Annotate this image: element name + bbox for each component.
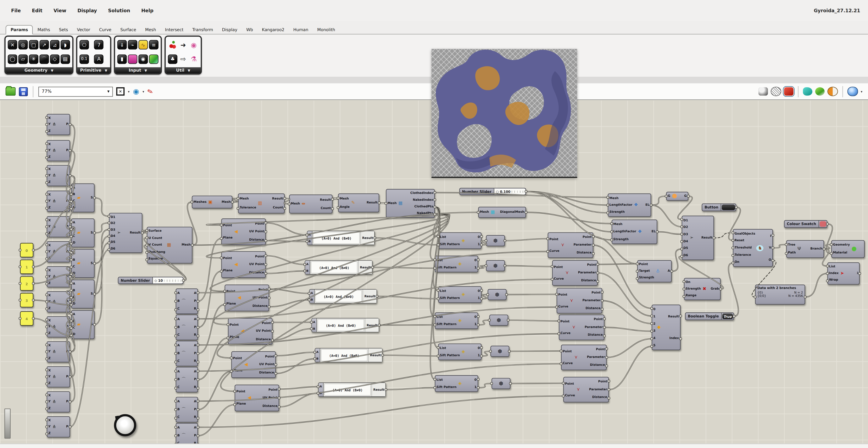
colour-swatch[interactable]: Colour Swatch xyxy=(784,220,827,228)
surface-4pt[interactable]: ABCD▰S xyxy=(71,218,95,247)
construct-point[interactable]: XYZ⋔P xyxy=(47,391,70,413)
construct-point[interactable]: XYZ⋔P xyxy=(47,241,70,262)
curve-closest-point[interactable]: PointCurve⋎PointParameterDistance xyxy=(561,345,607,370)
tab-monolith[interactable]: Monolith xyxy=(313,26,340,34)
input-icon-gradient[interactable] xyxy=(149,54,158,64)
expression[interactable]: AB(A=0) And (B≠0)Result xyxy=(309,289,377,303)
menu-item-edit[interactable]: Edit xyxy=(32,8,42,13)
construct-point[interactable]: XYZ⋔P xyxy=(47,266,70,287)
button-widget[interactable]: Button xyxy=(702,204,736,211)
mesh-unify[interactable]: Mesh⇹ResultCount xyxy=(289,195,333,213)
tab-maths[interactable]: Maths xyxy=(33,26,55,34)
input-icon-knob[interactable]: ◉ xyxy=(138,54,148,64)
primitive-icon-text[interactable]: A xyxy=(94,54,104,64)
tab-wb[interactable]: Wb xyxy=(242,26,258,34)
sift-pattern[interactable]: ListSift Pattern◈01 xyxy=(438,286,482,303)
custom-preview[interactable]: GeometryMaterial⬤ xyxy=(831,240,865,258)
geometry-icon-plane[interactable]: ▱ xyxy=(18,54,28,64)
plane-closest-point[interactable]: PointPlane◀PointUV PointDistance xyxy=(225,285,269,311)
button-press-area[interactable] xyxy=(722,205,735,210)
tab-transform[interactable]: Transform xyxy=(188,26,218,34)
curve-closest-point[interactable]: PointCurve⋎PointParameterDistance xyxy=(559,315,604,340)
input-icon-slider[interactable]: ⇓ xyxy=(117,40,127,50)
input-icon-graph[interactable]: ⌁ xyxy=(128,40,137,50)
number-slider[interactable]: Number Slider○0.100 xyxy=(459,188,526,195)
geometry-icon-diamond[interactable]: ◇ xyxy=(50,54,60,64)
util-icon-flask[interactable]: ⚗ xyxy=(189,54,198,64)
chevron-down-icon[interactable]: ▾ xyxy=(128,89,129,93)
canvas-scrollbar-vertical[interactable] xyxy=(4,409,10,439)
util-icon-arrow[interactable]: ➜ xyxy=(178,40,188,50)
curve-closest-point[interactable]: PointCurve⋎PointParameterDistance xyxy=(557,288,602,313)
yellow-panel[interactable]: 3 xyxy=(20,293,33,307)
menu-item-file[interactable]: File xyxy=(11,8,21,13)
preview-eye-icon[interactable]: ◉ xyxy=(133,88,139,95)
kangaroo-anchor[interactable]: PointTargetStrength⚓A xyxy=(637,260,672,282)
arc-3pt[interactable]: ABC⌒APR xyxy=(176,341,198,366)
sift-pattern[interactable]: ListSift Pattern◈01 xyxy=(438,232,482,249)
construct-point[interactable]: XYZ⋔P xyxy=(47,316,70,337)
sift-pattern[interactable]: ListSift Pattern◈01 xyxy=(435,312,478,329)
chevron-down-icon[interactable]: ▾ xyxy=(861,89,862,93)
tab-sets[interactable]: Sets xyxy=(55,26,72,34)
yellow-panel[interactable]: 2 xyxy=(20,276,33,291)
save-file-icon[interactable] xyxy=(19,87,28,96)
chevron-down-icon[interactable]: ▼ xyxy=(105,68,107,72)
arc-3pt[interactable]: ABC⌒APR xyxy=(176,315,198,340)
slider-handle[interactable]: ○ xyxy=(496,189,499,193)
surface-4pt[interactable]: ABCD▰S xyxy=(71,183,95,212)
mesh-surface[interactable]: SurfaceU CountV CountOverhangEqualize▦Me… xyxy=(147,227,192,264)
primitive-icon-number[interactable]: 0.1 xyxy=(80,54,89,64)
chevron-down-icon[interactable]: ▼ xyxy=(51,68,53,72)
geometry-icon-arc[interactable]: ⌒ xyxy=(39,54,49,64)
util-icon-tree[interactable]: ♣ xyxy=(168,54,177,64)
tab-surface[interactable]: Surface xyxy=(116,26,141,34)
curve-param[interactable]: ⬢ xyxy=(492,378,510,389)
sift-pattern[interactable]: ListSift Pattern◈01 xyxy=(435,256,478,272)
input-icon-toggle[interactable]: ▮ xyxy=(117,54,127,64)
construct-point[interactable]: XYZ⋔P xyxy=(47,190,70,212)
slider-track[interactable]: ○0.100 xyxy=(494,188,526,195)
construct-point[interactable]: XYZ⋔P xyxy=(47,366,70,387)
util-icon-eye[interactable]: ◉ xyxy=(189,40,198,50)
curve-param[interactable]: ⬢ xyxy=(486,235,505,246)
plane-closest-point[interactable]: PointPlane◀PointUV PointDistance xyxy=(228,318,272,345)
mesh-weld[interactable]: MeshTolerance▥ResultCount xyxy=(238,193,285,213)
construct-point[interactable]: XYZ⋔P xyxy=(47,140,70,161)
geometry-icon-x[interactable]: ✕ xyxy=(8,40,18,50)
chevron-down-icon[interactable]: ▾ xyxy=(143,89,144,93)
draft-green-icon[interactable] xyxy=(815,87,825,95)
curve-closest-point[interactable]: PointCurve⋎PointParameterDistance xyxy=(552,260,598,286)
number-slider[interactable]: Number Slider◇10 xyxy=(118,277,183,284)
sphere-blue-icon[interactable] xyxy=(847,87,858,96)
tab-mesh[interactable]: Mesh xyxy=(141,26,161,34)
arc-3pt[interactable]: ABC⌒APR xyxy=(176,367,198,392)
construct-point[interactable]: XYZ⋔P xyxy=(47,291,70,312)
curve-param[interactable]: ⬢ xyxy=(488,289,506,300)
curve-param[interactable]: ⬢ xyxy=(486,260,505,271)
primitive-icon-hex[interactable]: ⎔ xyxy=(80,40,89,50)
sketch-pen-icon[interactable]: ✎ xyxy=(147,87,154,95)
mesh-join[interactable]: Meshes▣Mesh xyxy=(192,196,232,208)
geometry-icon-box[interactable]: ▢ xyxy=(29,40,38,50)
curve-closest-point[interactable]: PointCurve⋎PointParameterDistance xyxy=(563,377,609,402)
list-item[interactable]: ListIndexWrap➤i xyxy=(827,262,860,285)
kangaroo-solver[interactable]: GoalObjectsResetThresholdToleranceOn♞IVO xyxy=(733,229,773,267)
tab-curve[interactable]: Curve xyxy=(95,26,116,34)
chevron-down-icon[interactable]: ▼ xyxy=(145,68,147,72)
chevron-down-icon[interactable]: ▼ xyxy=(188,68,190,72)
sift-pattern[interactable]: ListSift Pattern◈01 xyxy=(438,344,482,360)
menu-item-help[interactable]: Help xyxy=(141,8,154,13)
primitive-icon-integer[interactable]: 7 xyxy=(94,40,104,50)
plane-closest-point[interactable]: PointPlane◀PointUV PointDistance xyxy=(235,385,279,412)
tab-kangaroo2[interactable]: Kangaroo2 xyxy=(257,26,289,34)
yellow-panel[interactable]: 1 xyxy=(20,260,33,274)
expression[interactable]: AB(A=0) And (B≠0)Result xyxy=(305,260,373,275)
geometry-icon-blob[interactable]: ◗ xyxy=(61,40,70,50)
tree-branch[interactable]: TreePathΨBranch xyxy=(786,240,824,258)
grab-lamp[interactable]: G⬤G xyxy=(666,192,688,201)
naked-vertices[interactable]: Mesh▦ClothedIndexNakedIndexClothedPtsNak… xyxy=(386,189,435,218)
curve-param[interactable]: ⬢ xyxy=(490,346,509,357)
toggle-value[interactable]: True xyxy=(722,313,733,319)
surface-4pt[interactable]: ABCD▰S xyxy=(71,310,95,339)
